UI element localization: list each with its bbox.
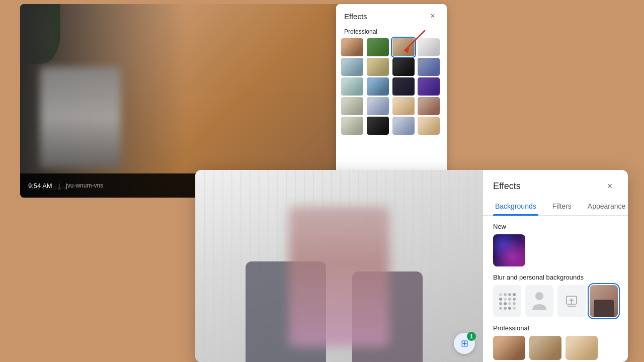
blur-slight-button[interactable]	[493, 285, 521, 317]
back-thumb-9[interactable]	[341, 77, 363, 96]
front-side-header: Effects ×	[483, 170, 628, 198]
back-video-panel: Dennis Otieno 9:54 AM | jvu-wnum-vns ▲ 🎤…	[20, 4, 352, 198]
selected-background-button[interactable]	[590, 285, 618, 317]
back-thumb-20[interactable]	[418, 117, 440, 135]
professional-section-grid	[493, 336, 618, 362]
toolbar-time: 9:54 AM	[28, 182, 52, 190]
new-background-thumb[interactable]	[493, 234, 525, 266]
new-section-label: New	[493, 216, 618, 234]
upload-background-button[interactable]	[557, 285, 586, 317]
back-person-pixelated	[40, 67, 121, 167]
back-effects-close-button[interactable]: ×	[427, 10, 439, 22]
back-thumb-5[interactable]	[341, 58, 363, 76]
tab-filters[interactable]: Filters	[550, 198, 574, 215]
back-effects-title: Effects	[344, 12, 367, 21]
front-video-preview: ⊞ 1	[195, 170, 483, 362]
back-thumb-7[interactable]	[392, 58, 415, 76]
back-thumb-13[interactable]	[341, 97, 363, 115]
back-thumb-4[interactable]	[418, 38, 440, 56]
professional-section-label: Professional	[493, 317, 618, 336]
front-close-button[interactable]: ×	[602, 178, 618, 194]
back-effects-panel: Effects × Professional	[336, 4, 447, 175]
back-thumb-15[interactable]	[392, 97, 415, 115]
blur-section-label: Blur and personal backgrounds	[493, 266, 618, 285]
back-thumb-3[interactable]	[392, 38, 415, 56]
back-thumbnails-grid	[336, 38, 447, 135]
selected-bg-preview	[590, 285, 618, 317]
front-effects-title: Effects	[493, 181, 521, 192]
badge-count: 1	[467, 332, 476, 341]
back-thumb-8[interactable]	[418, 58, 440, 76]
back-thumb-14[interactable]	[367, 97, 389, 115]
front-effects-panel: ⊞ 1 Effects × Backgrounds Filters Appear…	[195, 170, 628, 362]
new-section-grid	[493, 234, 618, 266]
tab-backgrounds[interactable]: Backgrounds	[493, 198, 538, 215]
back-effects-section-label: Professional	[336, 26, 447, 38]
front-preview-bg	[195, 170, 483, 362]
toolbar-separator: |	[58, 182, 60, 190]
pro-thumb-2[interactable]	[529, 336, 561, 360]
blur-full-button[interactable]	[525, 285, 553, 317]
blur-person-icon	[530, 290, 548, 312]
back-thumb-16[interactable]	[418, 97, 440, 115]
front-tabs: Backgrounds Filters Appearance	[483, 198, 628, 216]
front-effects-side: Effects × Backgrounds Filters Appearance…	[483, 170, 628, 362]
back-thumb-19[interactable]	[392, 117, 415, 135]
blur-slight-icon	[499, 293, 516, 310]
toolbar-meeting-code: jvu-wnum-vns	[66, 182, 103, 189]
back-thumb-10[interactable]	[367, 77, 389, 96]
selected-bg-chair	[594, 300, 614, 317]
svg-point-2	[535, 292, 543, 300]
back-thumb-1[interactable]	[341, 38, 363, 56]
new-thumb-glow	[493, 234, 525, 266]
tab-appearance[interactable]: Appearance	[586, 198, 628, 215]
front-person-pixelated	[289, 206, 389, 347]
back-thumb-12[interactable]	[418, 77, 440, 96]
front-scroll-content[interactable]: New Blur and personal backgrounds	[483, 216, 628, 362]
upload-icon	[565, 294, 579, 308]
blur-section-grid	[493, 285, 618, 317]
layers-icon: ⊞	[461, 338, 468, 349]
layers-badge-button[interactable]: ⊞ 1	[454, 333, 475, 354]
back-thumb-18[interactable]	[367, 117, 389, 135]
back-thumb-2[interactable]	[367, 38, 389, 56]
back-thumb-11[interactable]	[392, 77, 415, 96]
pro-thumb-1[interactable]	[493, 336, 525, 360]
pro-thumb-3[interactable]	[566, 336, 598, 360]
back-effects-header: Effects ×	[336, 4, 447, 26]
back-video-bg: Dennis Otieno	[20, 4, 352, 198]
back-thumb-6[interactable]	[367, 58, 389, 76]
back-thumb-17[interactable]	[341, 117, 363, 135]
